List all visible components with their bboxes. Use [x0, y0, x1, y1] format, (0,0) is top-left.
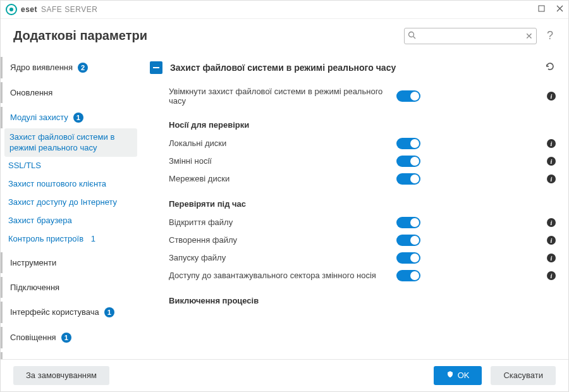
info-icon[interactable]: i	[547, 217, 556, 228]
sidebar-badge: 1	[73, 113, 83, 123]
row-label: Змінні носії	[169, 156, 396, 166]
row-label: Запуску файлу	[169, 253, 396, 262]
row-scan-create: Створення файлу i	[147, 231, 562, 249]
sidebar-item-label: Оновлення	[10, 88, 52, 97]
sidebar-item-protection-modules[interactable]: Модулі захисту 1	[1, 107, 141, 128]
ok-button[interactable]: ОK	[434, 366, 482, 385]
sidebar-item-label: Модулі захисту	[10, 113, 68, 122]
brand-primary: eset	[21, 5, 37, 14]
sidebar-sub-realtime-fs[interactable]: Захист файлової системи в режимі реально…	[4, 128, 137, 157]
section-title: Захист файлової системи в режимі реально…	[170, 63, 533, 73]
sidebar-item-label: Сповіщення	[10, 333, 56, 342]
info-icon[interactable]: i	[547, 138, 556, 149]
row-label: Відкриття файлу	[169, 217, 396, 227]
sidebar-item-label: Ядро виявлення	[10, 63, 73, 72]
info-icon[interactable]: i	[547, 91, 556, 101]
logo-mark-icon	[6, 4, 17, 15]
sidebar-badge: 2	[78, 63, 88, 73]
sidebar-sub-label: Захист доступу до Інтернету	[8, 197, 117, 207]
page-header: Додаткові параметри ✕ ?	[1, 19, 568, 53]
button-label: ОK	[458, 371, 470, 380]
sidebar-sub-label: Захист браузера	[8, 216, 72, 225]
sidebar-badge: 1	[91, 234, 95, 243]
row-scan-execute: Запуску файлу i	[147, 249, 562, 267]
sidebar-item-notifications[interactable]: Сповіщення 1	[1, 327, 141, 348]
main-panel: Захист файлової системи в режимі реально…	[141, 53, 568, 359]
sidebar-badge: 1	[61, 333, 71, 343]
row-label: Увімкнути захист файлової системи в режи…	[169, 87, 396, 106]
sidebar-sub-label: Контроль пристроїв	[8, 234, 83, 243]
row-label: Мережеві диски	[169, 174, 396, 183]
sidebar-badge: 1	[104, 307, 114, 317]
search-clear-icon[interactable]: ✕	[525, 31, 533, 41]
window-maximize-icon[interactable]	[538, 4, 545, 14]
defaults-button[interactable]: За замовчуванням	[13, 366, 109, 385]
sidebar-sub-label: Захист файлової системи в режимі реально…	[9, 132, 114, 152]
footer: За замовчуванням ОK Скасувати	[1, 359, 568, 391]
sidebar-item-ui[interactable]: Інтерфейс користувача 1	[1, 302, 141, 323]
toggle-removable-media[interactable]	[396, 156, 420, 167]
info-icon[interactable]: i	[547, 235, 556, 245]
sidebar-item-detection-core[interactable]: Ядро виявлення 2	[1, 57, 141, 78]
info-icon[interactable]: i	[547, 271, 556, 281]
info-icon[interactable]: i	[547, 253, 556, 263]
sidebar-sub-label: Захист поштового клієнта	[8, 179, 106, 188]
app-logo: eset SAFE SERVER	[6, 4, 97, 15]
row-enable-realtime: Увімкнути захист файлової системи в режи…	[147, 83, 562, 109]
title-bar: eset SAFE SERVER	[1, 1, 568, 19]
sidebar-item-updates[interactable]: Оновлення	[1, 82, 141, 103]
sidebar-item-label: Підключення	[10, 283, 59, 292]
collapse-toggle-icon[interactable]	[150, 61, 162, 74]
search-input[interactable]	[404, 28, 537, 44]
row-network-drives: Мережеві диски i	[147, 170, 562, 188]
button-label: Скасувати	[503, 371, 543, 380]
body: Ядро виявлення 2 Оновлення Модулі захист…	[1, 53, 568, 359]
subhead-media: Носії для перевірки	[147, 109, 562, 135]
sidebar-sub-label: SSL/TLS	[8, 161, 41, 170]
brand-secondary: SAFE SERVER	[41, 5, 97, 14]
info-icon[interactable]: i	[547, 156, 556, 166]
page-title: Додаткові параметри	[13, 28, 147, 43]
section-header: Захист файлової системи в режимі реально…	[147, 58, 562, 83]
toggle-scan-execute[interactable]	[396, 252, 420, 264]
undo-icon[interactable]	[541, 61, 560, 75]
help-icon[interactable]: ?	[544, 29, 556, 42]
toggle-scan-create[interactable]	[396, 235, 420, 246]
sidebar-sub-ssl-tls[interactable]: SSL/TLS	[1, 157, 141, 175]
sidebar-sub-browser[interactable]: Захист браузера	[1, 212, 141, 230]
toggle-enable-realtime[interactable]	[396, 90, 420, 102]
row-local-drives: Локальні диски i	[147, 135, 562, 152]
shield-icon	[446, 371, 454, 380]
toggle-local-drives[interactable]	[396, 138, 420, 149]
svg-rect-2	[539, 6, 544, 11]
toggle-scan-open[interactable]	[396, 217, 420, 228]
sidebar-sub-mail-client[interactable]: Захист поштового клієнта	[1, 175, 141, 193]
cancel-button[interactable]: Скасувати	[491, 366, 556, 385]
window-controls	[538, 4, 563, 14]
search-wrap: ✕	[404, 28, 537, 44]
sidebar: Ядро виявлення 2 Оновлення Модулі захист…	[1, 53, 141, 359]
row-scan-boot-sector: Доступу до завантажувального сектора змі…	[147, 267, 562, 285]
sidebar-item-label: Інструменти	[10, 258, 56, 267]
svg-point-1	[9, 8, 13, 11]
subhead-process-exclusions: Виключення процесів	[147, 285, 562, 318]
sidebar-item-tools[interactable]: Інструменти	[1, 252, 141, 273]
row-label: Створення файлу	[169, 235, 396, 245]
row-label: Доступу до завантажувального сектора змі…	[169, 271, 396, 280]
row-removable-media: Змінні носії i	[147, 152, 562, 170]
button-label: За замовчуванням	[26, 371, 97, 380]
info-icon[interactable]: i	[547, 174, 556, 184]
window-close-icon[interactable]	[556, 4, 563, 14]
sidebar-item-privacy[interactable]: Параметри конфіденційності	[1, 352, 141, 359]
toggle-scan-boot-sector[interactable]	[396, 270, 420, 281]
row-scan-open: Відкриття файлу i	[147, 214, 562, 231]
subhead-scan-on: Перевіряти під час	[147, 188, 562, 214]
sidebar-sub-device-control[interactable]: Контроль пристроїв 1	[1, 230, 141, 248]
sidebar-item-label: Інтерфейс користувача	[10, 307, 99, 317]
toggle-network-drives[interactable]	[396, 173, 420, 185]
row-label: Локальні диски	[169, 138, 396, 148]
sidebar-item-connection[interactable]: Підключення	[1, 277, 141, 298]
sidebar-sub-web-access[interactable]: Захист доступу до Інтернету	[1, 193, 141, 212]
